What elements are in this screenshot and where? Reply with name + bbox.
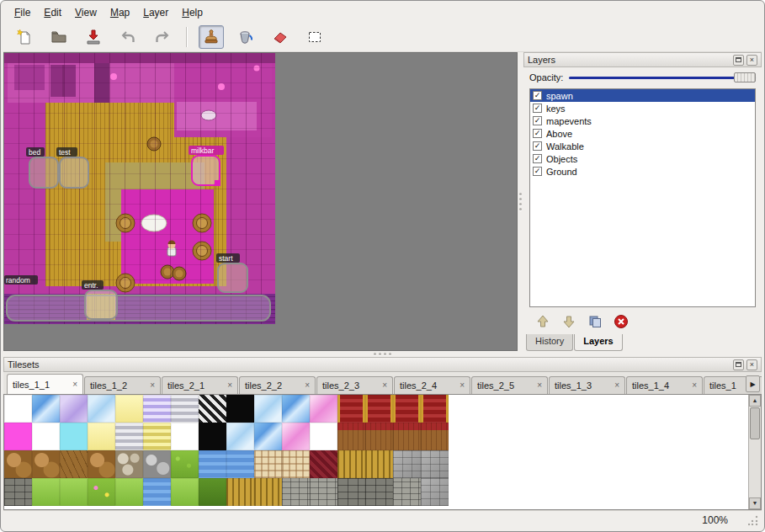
tileset-tab[interactable]: tiles_2_2 × bbox=[239, 376, 316, 394]
tileset-scrollbar[interactable]: ▲ ▼ bbox=[748, 395, 761, 509]
tile-skyblue[interactable] bbox=[254, 395, 282, 423]
tile-maroon[interactable] bbox=[310, 450, 337, 478]
delete-layer-button[interactable] bbox=[612, 312, 630, 331]
map-canvas[interactable]: bed test milkbar start entr. random bbox=[4, 53, 275, 324]
tile-goldcol[interactable] bbox=[254, 478, 282, 506]
tile-pinksparkle[interactable] bbox=[310, 395, 337, 423]
tile-white[interactable] bbox=[310, 423, 337, 450]
tile-stonewall[interactable] bbox=[393, 478, 421, 506]
menu-file[interactable]: File bbox=[8, 5, 36, 20]
raise-layer-button[interactable] bbox=[534, 312, 552, 331]
tile-graybrick[interactable] bbox=[4, 478, 32, 506]
close-icon[interactable]: × bbox=[305, 381, 310, 390]
duplicate-layer-button[interactable] bbox=[586, 312, 604, 331]
tile-graybrick[interactable] bbox=[365, 478, 393, 506]
menu-map[interactable]: Map bbox=[104, 5, 135, 20]
tile-graystripe[interactable] bbox=[115, 423, 143, 450]
tile-pinksparkle[interactable] bbox=[282, 423, 310, 450]
map-object-milkbar[interactable] bbox=[192, 156, 220, 186]
tile-stonepath[interactable] bbox=[143, 450, 171, 478]
tile-plaid[interactable] bbox=[254, 450, 282, 478]
tileset-tab[interactable]: tiles_2_3 × bbox=[316, 376, 393, 394]
opacity-slider-handle[interactable] bbox=[734, 72, 756, 82]
tile-black[interactable] bbox=[199, 423, 226, 450]
tile-water2[interactable] bbox=[143, 478, 171, 506]
layer-row-ground[interactable]: ✓ Ground bbox=[530, 165, 755, 178]
tileset-tab[interactable]: tiles_2_5 × bbox=[471, 376, 548, 394]
tile-graybrick[interactable] bbox=[337, 478, 365, 506]
close-icon[interactable]: × bbox=[382, 381, 387, 390]
tile-woodred[interactable] bbox=[337, 423, 365, 450]
map-object-entr[interactable] bbox=[85, 290, 117, 319]
tileset-tab[interactable]: tiles_1_1 × bbox=[7, 374, 83, 394]
tile-yellowstripe[interactable] bbox=[143, 423, 171, 450]
tile-grass2[interactable] bbox=[115, 478, 143, 506]
tileset-tab[interactable]: tiles_2_1 × bbox=[162, 376, 238, 394]
tab-scroll-right-button[interactable]: ▶ bbox=[746, 375, 760, 392]
menu-layer[interactable]: Layer bbox=[137, 5, 174, 20]
redo-button[interactable] bbox=[150, 25, 175, 49]
layer-visibility-checkbox[interactable]: ✓ bbox=[533, 167, 542, 176]
layer-visibility-checkbox[interactable]: ✓ bbox=[533, 129, 542, 138]
tileset-tab[interactable]: tiles_1_4 × bbox=[626, 376, 703, 394]
layer-visibility-checkbox[interactable]: ✓ bbox=[533, 154, 542, 163]
tile-dirt[interactable] bbox=[32, 450, 60, 478]
scroll-up-button[interactable]: ▲ bbox=[749, 395, 761, 407]
new-map-button[interactable] bbox=[12, 25, 37, 49]
stamp-brush-button[interactable] bbox=[199, 25, 224, 49]
map-view[interactable]: bed test milkbar start entr. random bbox=[3, 52, 518, 351]
tile-grass[interactable] bbox=[171, 450, 199, 478]
tile-stone[interactable] bbox=[421, 450, 449, 478]
undo-button[interactable] bbox=[115, 25, 141, 49]
tile-paleyellow[interactable] bbox=[115, 395, 143, 423]
layer-row-walkable[interactable]: ✓ Walkable bbox=[530, 140, 755, 152]
scrollbar-thumb[interactable] bbox=[750, 407, 760, 439]
tilesets-close-button[interactable]: × bbox=[746, 359, 757, 370]
tile-dirt[interactable] bbox=[88, 450, 115, 478]
tile-paleyellow[interactable] bbox=[88, 423, 115, 450]
layers-close-button[interactable]: × bbox=[746, 55, 757, 66]
close-icon[interactable]: × bbox=[227, 381, 232, 390]
close-icon[interactable]: × bbox=[692, 381, 697, 390]
layer-visibility-checkbox[interactable]: ✓ bbox=[533, 116, 542, 125]
tile-lavender[interactable] bbox=[60, 395, 88, 423]
tile-white[interactable] bbox=[171, 423, 199, 450]
tile-stonewall[interactable] bbox=[282, 478, 310, 506]
tile-redbanner[interactable] bbox=[365, 395, 393, 423]
tile-goldcol[interactable] bbox=[226, 478, 254, 506]
layer-row-objects[interactable]: ✓ Objects bbox=[530, 152, 755, 165]
rect-select-button[interactable] bbox=[302, 25, 327, 49]
dock-splitter-vertical[interactable] bbox=[518, 52, 523, 351]
tileset-grid[interactable] bbox=[4, 395, 761, 506]
tile-plaid[interactable] bbox=[282, 450, 310, 478]
opacity-slider-track[interactable] bbox=[569, 77, 756, 79]
layer-row-above[interactable]: ✓ Above bbox=[530, 127, 755, 140]
scroll-down-button[interactable]: ▼ bbox=[749, 497, 761, 509]
tile-darkgrass[interactable] bbox=[199, 478, 226, 506]
tile-woodred[interactable] bbox=[393, 423, 421, 450]
tile-lavstripe[interactable] bbox=[143, 395, 171, 423]
tilesets-float-button[interactable] bbox=[733, 359, 744, 370]
tile-graystripe[interactable] bbox=[171, 395, 199, 423]
tile-goldcol[interactable] bbox=[365, 450, 393, 478]
tile-black[interactable] bbox=[226, 395, 254, 423]
tileset-tab[interactable]: tiles_2_4 × bbox=[394, 376, 470, 394]
close-icon[interactable]: × bbox=[460, 381, 465, 390]
map-object-random[interactable] bbox=[7, 295, 270, 321]
tile-redbanner[interactable] bbox=[337, 395, 365, 423]
map-object-bed[interactable] bbox=[29, 157, 58, 188]
menu-view[interactable]: View bbox=[69, 5, 103, 20]
eraser-button[interactable] bbox=[268, 25, 293, 49]
tab-history[interactable]: History bbox=[526, 334, 573, 351]
tile-water[interactable] bbox=[32, 395, 60, 423]
tile-white[interactable] bbox=[32, 423, 60, 450]
tile-white[interactable] bbox=[4, 395, 32, 423]
resize-grip[interactable] bbox=[748, 515, 758, 525]
close-icon[interactable]: × bbox=[614, 381, 619, 390]
layers-float-button[interactable] bbox=[733, 55, 744, 66]
tile-stone[interactable] bbox=[421, 478, 449, 506]
tile-skyblue[interactable] bbox=[88, 395, 115, 423]
tile-water2[interactable] bbox=[226, 450, 254, 478]
tile-stonewall[interactable] bbox=[310, 478, 337, 506]
layer-row-keys[interactable]: ✓ keys bbox=[530, 102, 755, 114]
